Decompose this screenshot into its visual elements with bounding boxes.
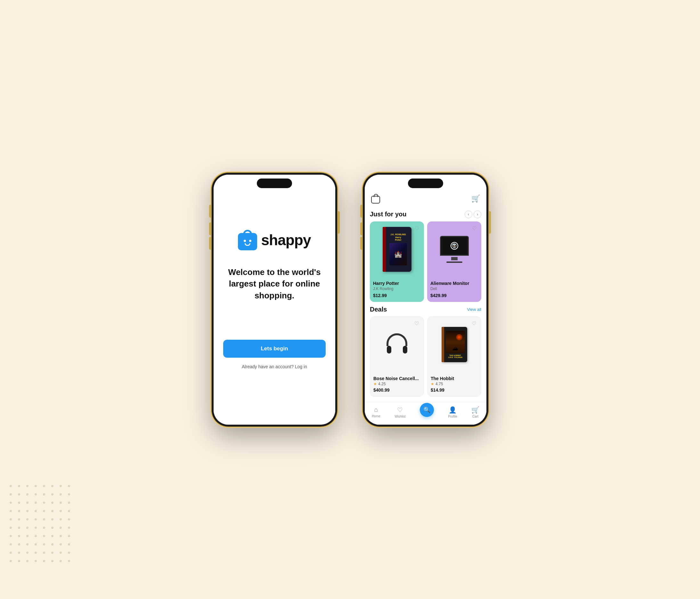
bag-eyes (244, 240, 251, 242)
bag-face (244, 240, 251, 246)
hobbit-rating: ★ 4.75 (431, 382, 478, 386)
prev-arrow[interactable]: ‹ (465, 211, 472, 218)
hobbit-image-area: ♡ ⛰ THE HOBBITJ.R.R. TOLKIEN (427, 317, 481, 373)
bose-star-icon: ★ (373, 382, 377, 386)
profile-icon: 👤 (449, 406, 457, 414)
phone-1-screen: shappy Welcome to the world's largest pl… (214, 175, 335, 425)
header-cart-icon[interactable]: 🛒 (471, 194, 480, 203)
decorative-dots (9, 485, 75, 567)
hobbit-book: ⛰ THE HOBBITJ.R.R. TOLKIEN (442, 327, 467, 362)
deals-header: Deals View all (370, 306, 481, 313)
monitor-screen: 👽 (440, 236, 469, 256)
harry-potter-price: $12.99 (373, 293, 421, 298)
home-label: Home (372, 414, 380, 418)
alienware-info: Alienware Monitor Dell $429.99 (427, 278, 481, 302)
harry-potter-brand: J.K Rowling (373, 287, 421, 291)
dynamic-island-2 (408, 178, 443, 188)
headphones-arc (386, 333, 407, 346)
bose-info: Bose Noise Cancell... ★ 4.25 $400.99 (370, 373, 424, 397)
featured-products-row: ♡ J.K. ROWLINGHarryPotter 🏰 (370, 221, 481, 302)
dynamic-island-1 (257, 178, 292, 188)
harry-potter-name: Harry Potter (373, 281, 421, 286)
bag-eye-left (244, 240, 246, 242)
search-fab-button[interactable]: 🔍 (420, 403, 434, 417)
monitor-base (446, 262, 462, 263)
bag-smile (245, 243, 250, 246)
phone-welcome: shappy Welcome to the world's largest pl… (212, 173, 337, 427)
view-all-btn[interactable]: View all (467, 307, 481, 312)
alienware-price: $429.99 (430, 293, 478, 298)
hobbit-star-icon: ★ (431, 382, 434, 386)
alienware-logo: 👽 (451, 242, 458, 250)
profile-label: Profile (448, 415, 457, 418)
nav-item-wishlist[interactable]: ♡ Wishlist (395, 406, 405, 418)
deals-section: Deals View all ♡ (370, 306, 481, 397)
alienware-monitor: 👽 (440, 236, 469, 263)
hobbit-rating-value: 4.75 (435, 382, 443, 386)
deals-products-row: ♡ Bose Noise Cancell... (370, 316, 481, 397)
alienware-name: Alienware Monitor (430, 281, 478, 286)
nav-item-profile[interactable]: 👤 Profile (448, 406, 457, 418)
hobbit-price: $14.99 (431, 387, 478, 392)
bag-eye-right (249, 240, 251, 242)
phone-2-screen: 🛒 Just for you ‹ › (365, 175, 486, 425)
lets-begin-button[interactable]: Lets begin (223, 340, 326, 358)
product-card-bose[interactable]: ♡ Bose Noise Cancell... (370, 316, 424, 397)
header-bag-body (371, 196, 380, 203)
wishlist-icon: ♡ (397, 406, 403, 414)
nav-item-home[interactable]: ⌂ Home (372, 406, 380, 418)
bose-price: $400.99 (373, 387, 421, 392)
hobbit-name: The Hobbit (431, 376, 478, 381)
phone-home: 🛒 Just for you ‹ › (363, 173, 488, 427)
home-icon: ⌂ (374, 406, 378, 413)
bose-headphones-img (384, 332, 410, 357)
just-for-you-title: Just for you (370, 211, 406, 218)
product-card-hobbit[interactable]: ♡ ⛰ THE HOBBITJ.R.R. TOLKIEN (427, 316, 481, 397)
welcome-screen: shappy Welcome to the world's largest pl… (214, 175, 335, 425)
deals-title: Deals (370, 306, 387, 313)
nav-item-search[interactable]: 🔍 (420, 406, 434, 417)
header-store-icon[interactable] (371, 194, 381, 203)
bose-name: Bose Noise Cancell... (373, 376, 421, 381)
just-for-you-header: Just for you ‹ › (370, 211, 481, 218)
alienware-brand: Dell (430, 287, 478, 291)
nav-item-cart[interactable]: 🛒 Cart (471, 406, 479, 418)
bag-body (238, 233, 257, 250)
monitor-stand (451, 257, 457, 260)
next-arrow[interactable]: › (474, 211, 481, 218)
product-card-alienware[interactable]: ♡ 👽 (427, 221, 481, 302)
search-icon: 🔍 (423, 406, 430, 413)
hobbit-info: The Hobbit ★ 4.75 $14.99 (427, 373, 481, 397)
alienware-image-area: ♡ 👽 (427, 221, 481, 278)
cart-nav-icon: 🛒 (471, 406, 479, 414)
harry-potter-wishlist-btn[interactable]: ♡ (412, 224, 421, 233)
bose-wishlist-btn[interactable]: ♡ (412, 319, 421, 328)
home-screen: 🛒 Just for you ‹ › (365, 175, 486, 425)
phones-container: shappy Welcome to the world's largest pl… (212, 173, 488, 427)
nav-arrows: ‹ › (465, 211, 481, 218)
harry-potter-book: J.K. ROWLINGHarryPotter 🏰 (383, 227, 411, 272)
alienware-wishlist-btn[interactable]: ♡ (470, 224, 479, 233)
harry-potter-info: Harry Potter J.K Rowling $12.99 (370, 278, 424, 302)
home-content: Just for you ‹ › ♡ (365, 207, 486, 402)
logo-area: shappy (238, 230, 310, 250)
cart-label: Cart (472, 415, 478, 418)
harry-potter-image-area: ♡ J.K. ROWLINGHarryPotter 🏰 (370, 221, 424, 278)
product-card-harry-potter[interactable]: ♡ J.K. ROWLINGHarryPotter 🏰 (370, 221, 424, 302)
app-name-label: shappy (261, 232, 310, 249)
bose-rating-value: 4.25 (378, 382, 385, 386)
wishlist-label: Wishlist (395, 415, 405, 418)
app-logo-icon (238, 230, 257, 250)
headphones-ear-left (387, 346, 391, 354)
login-prompt: Already have an account? Log in (242, 364, 307, 369)
hobbit-wishlist-btn[interactable]: ♡ (470, 319, 478, 328)
bose-image-area: ♡ (370, 317, 424, 373)
headphones-ear-right (403, 346, 407, 354)
welcome-text: Welcome to the world's largest place for… (223, 266, 326, 301)
bottom-navigation: ⌂ Home ♡ Wishlist 🔍 👤 Profile (365, 402, 486, 425)
bose-rating: ★ 4.25 (373, 382, 421, 386)
